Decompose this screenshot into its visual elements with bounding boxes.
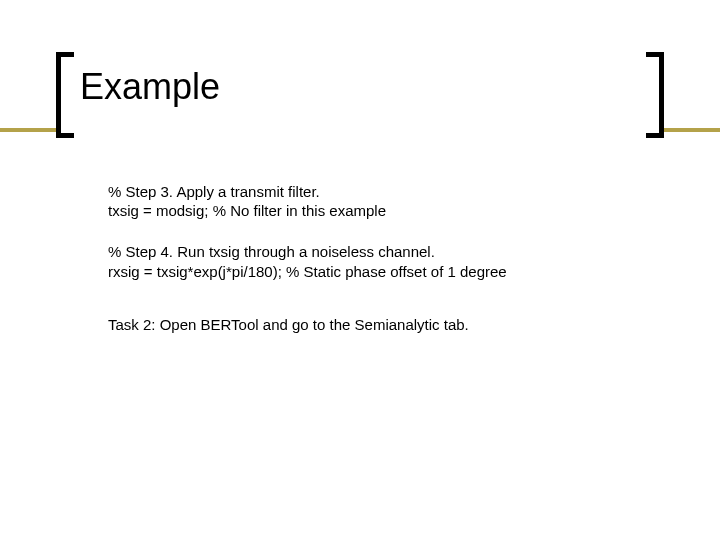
code-block: % Step 4. Run txsig through a noiseless … (108, 242, 656, 280)
slide-title: Example (56, 64, 664, 108)
code-line: txsig = modsig; % No filter in this exam… (108, 201, 656, 220)
code-block: % Step 3. Apply a transmit filter. txsig… (108, 182, 656, 220)
slide-body: % Step 3. Apply a transmit filter. txsig… (108, 182, 656, 356)
code-line: rxsig = txsig*exp(j*pi/180); % Static ph… (108, 262, 656, 281)
task-block: Task 2: Open BERTool and go to the Semia… (108, 315, 656, 334)
slide: Example % Step 3. Apply a transmit filte… (0, 0, 720, 540)
code-line: % Step 4. Run txsig through a noiseless … (108, 242, 656, 261)
bracket-left-icon (56, 52, 74, 138)
bracket-right-icon (646, 52, 664, 138)
code-line: % Step 3. Apply a transmit filter. (108, 182, 656, 201)
title-area: Example (56, 64, 664, 108)
task-line: Task 2: Open BERTool and go to the Semia… (108, 315, 656, 334)
